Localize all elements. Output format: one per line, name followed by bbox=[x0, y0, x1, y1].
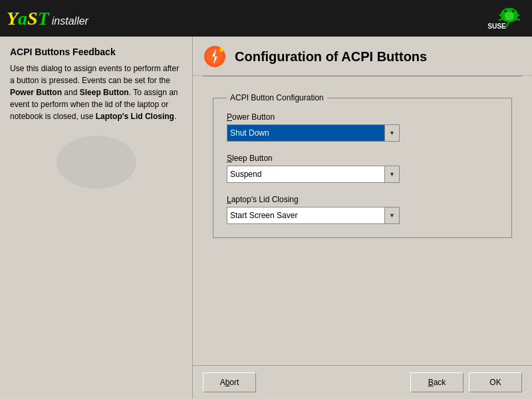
form-area: ACPI Button Configuration Power Button S… bbox=[193, 76, 532, 365]
sidebar-ghost-image bbox=[57, 136, 136, 189]
svg-text:SUSE: SUSE bbox=[487, 22, 506, 29]
sidebar-title: ACPI Buttons Feedback bbox=[10, 47, 182, 57]
power-button-label: Power Button bbox=[227, 112, 498, 122]
yast-logo: Y a S T installer bbox=[7, 8, 88, 29]
svg-point-4 bbox=[505, 10, 507, 12]
sidebar-description: Use this dialog to assign events to perf… bbox=[10, 63, 182, 122]
power-button-group: Power Button Shut Down Suspend Hibernate… bbox=[227, 112, 498, 142]
suse-gecko-icon: SUSE bbox=[482, 5, 522, 32]
sleep-button-dropdown-btn[interactable] bbox=[385, 166, 400, 183]
bottom-bar: Abort Back OK bbox=[193, 365, 532, 399]
back-button[interactable]: Back bbox=[410, 372, 464, 392]
acpi-fieldset: ACPI Button Configuration Power Button S… bbox=[213, 93, 512, 238]
sleep-button-dropdown-container: Suspend Hibernate Shut Down Ignore bbox=[227, 166, 400, 183]
power-button-dropdown-btn[interactable] bbox=[385, 124, 400, 142]
suse-logo: SUSE bbox=[482, 5, 525, 32]
content-panel: Configuration of ACPI Buttons ACPI Butto… bbox=[193, 37, 532, 399]
svg-line-10 bbox=[514, 19, 519, 19]
header-bar: Y a S T installer SUSE bbox=[0, 0, 532, 37]
svg-line-8 bbox=[499, 19, 505, 19]
logo-a: a bbox=[18, 8, 27, 29]
acpi-icon bbox=[203, 45, 227, 68]
ok-button[interactable]: OK bbox=[469, 372, 522, 392]
sleep-button-label: Sleep Button bbox=[227, 154, 498, 163]
logo-installer: installer bbox=[52, 15, 88, 27]
lid-closing-label: Laptop's Lid Closing bbox=[227, 195, 498, 204]
fieldset-legend: ACPI Button Configuration bbox=[227, 93, 327, 102]
svg-point-5 bbox=[512, 10, 514, 12]
lid-closing-select[interactable]: Start Screen Saver Suspend Hibernate Shu… bbox=[227, 207, 385, 224]
sidebar: ACPI Buttons Feedback Use this dialog to… bbox=[0, 37, 193, 399]
power-button-dropdown-container: Shut Down Suspend Hibernate Ignore bbox=[227, 124, 400, 142]
svg-point-14 bbox=[219, 48, 223, 52]
sleep-button-select[interactable]: Suspend Hibernate Shut Down Ignore bbox=[227, 166, 385, 183]
lid-closing-dropdown-container: Start Screen Saver Suspend Hibernate Shu… bbox=[227, 207, 400, 224]
power-button-select[interactable]: Shut Down Suspend Hibernate Ignore bbox=[227, 124, 385, 142]
logo-y: Y bbox=[7, 8, 18, 29]
abort-button[interactable]: Abort bbox=[203, 372, 256, 392]
logo-t: T bbox=[38, 8, 49, 29]
logo-s: S bbox=[27, 8, 38, 29]
sleep-button-group: Sleep Button Suspend Hibernate Shut Down… bbox=[227, 154, 498, 183]
lid-closing-dropdown-btn[interactable] bbox=[385, 207, 400, 224]
page-title: Configuration of ACPI Buttons bbox=[235, 49, 427, 65]
svg-point-6 bbox=[505, 11, 515, 20]
lid-closing-group: Laptop's Lid Closing Start Screen Saver … bbox=[227, 195, 498, 224]
content-header: Configuration of ACPI Buttons bbox=[193, 37, 532, 76]
main-content: ACPI Buttons Feedback Use this dialog to… bbox=[0, 37, 532, 399]
